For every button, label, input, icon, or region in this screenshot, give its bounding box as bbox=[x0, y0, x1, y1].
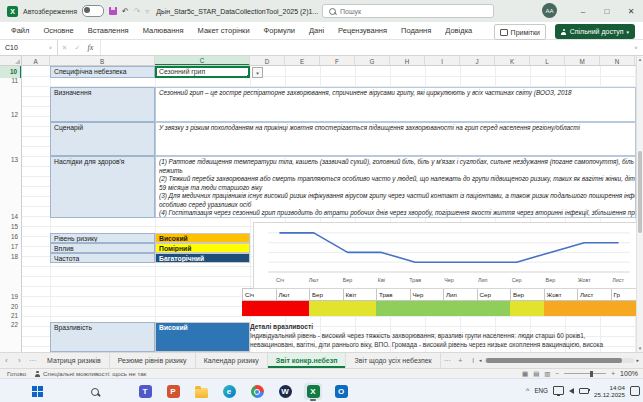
undo-icon[interactable]: ↶ bbox=[122, 7, 129, 16]
taskbar-chrome-icon[interactable] bbox=[248, 383, 266, 400]
row-header-13[interactable]: 13 bbox=[11, 156, 18, 163]
column-header-J[interactable]: J bbox=[460, 56, 495, 66]
month-color-cell-Бер[interactable] bbox=[309, 301, 344, 316]
month-cell-Трав[interactable]: Трав bbox=[376, 288, 411, 301]
cell-frequency-label[interactable]: Частота bbox=[50, 253, 155, 263]
scroll-down-icon[interactable]: ▼ bbox=[637, 346, 643, 351]
taskbar-excel-icon[interactable]: X bbox=[304, 383, 322, 400]
selected-cell-hazard-value[interactable]: Сезонний грип bbox=[155, 66, 250, 78]
zoom-level[interactable]: 100% bbox=[620, 370, 638, 377]
formula-bar-expand-icon[interactable]: ˅ bbox=[629, 45, 643, 51]
ribbon-tab-Малювання[interactable]: Малювання bbox=[136, 22, 191, 40]
row-header-19[interactable]: 19 bbox=[11, 293, 18, 300]
month-cell-Жовт[interactable]: Жовт bbox=[544, 288, 579, 301]
cancel-entry-icon[interactable]: ✕ bbox=[58, 44, 71, 52]
row-header-17[interactable]: 17 bbox=[11, 243, 18, 250]
row-header-12[interactable]: 12 bbox=[11, 111, 18, 118]
cell-health-text[interactable]: (1) Раптове підвищення температури тіла,… bbox=[155, 156, 636, 218]
row-header-14[interactable]: 14 bbox=[11, 213, 18, 220]
scroll-right-icon[interactable]: ▸ bbox=[636, 357, 639, 363]
cell-vulnerability-details[interactable]: Деталі вразливості Індивідуальний рівень… bbox=[250, 322, 636, 352]
column-header-H[interactable]: H bbox=[390, 56, 425, 66]
risk-seasonality-chart[interactable]: СічЛютБерКвіТравЧерЛипСерВерЖовтЛист bbox=[253, 222, 636, 289]
month-cell-Лип[interactable]: Лип bbox=[443, 288, 478, 301]
formula-input[interactable] bbox=[100, 40, 629, 55]
row-header-15[interactable]: 15 bbox=[11, 223, 18, 230]
insert-function-icon[interactable]: fx bbox=[84, 43, 97, 52]
display-icon[interactable] bbox=[553, 386, 564, 395]
column-header-B[interactable]: B bbox=[50, 56, 155, 66]
zoom-slider[interactable] bbox=[564, 373, 606, 374]
cell-frequency-value[interactable]: Багаторічний bbox=[155, 253, 250, 263]
cell-scenario-label[interactable]: Сценарій bbox=[50, 122, 155, 156]
sheet-nav-next-icon[interactable]: › bbox=[13, 353, 26, 368]
month-cell-Січ[interactable]: Січ bbox=[242, 288, 277, 301]
month-cell-Гр[interactable]: Гр bbox=[611, 288, 637, 301]
spreadsheet-grid[interactable]: Специфічна небезпека Сезонний грип ▾ Виз… bbox=[22, 66, 636, 352]
ribbon-tab-Дані[interactable]: Дані bbox=[302, 22, 331, 40]
sheet-tab-Матриця ризиків[interactable]: Матриця ризиків bbox=[39, 353, 110, 368]
ribbon-tab-Вставлення[interactable]: Вставлення bbox=[81, 22, 136, 40]
month-color-cell-Гр[interactable] bbox=[611, 301, 637, 316]
month-cell-Лист[interactable]: Лист bbox=[577, 288, 612, 301]
accessibility-status[interactable]: Спеціальні можливості: щось не так bbox=[43, 370, 146, 377]
select-all-corner[interactable] bbox=[0, 56, 22, 66]
row-header-11[interactable]: 11 bbox=[11, 77, 18, 84]
tray-chevron-up-icon[interactable]: ^ bbox=[526, 387, 529, 394]
month-cell-Лют[interactable]: Лют bbox=[276, 288, 311, 301]
ribbon-tab-Формули[interactable]: Формули bbox=[257, 22, 302, 40]
row-header-20[interactable]: 20 bbox=[11, 303, 18, 310]
taskbar-teams-icon[interactable]: T bbox=[136, 383, 154, 400]
row-headers[interactable]: 10111213141516171819202122 bbox=[0, 66, 22, 352]
page-break-view-icon[interactable]: ▥ bbox=[544, 370, 550, 378]
month-color-cell-Чер[interactable] bbox=[410, 301, 445, 316]
row-header-21[interactable]: 21 bbox=[11, 312, 18, 319]
sheet-tabs-overflow-icon[interactable]: ⋯ bbox=[441, 353, 454, 368]
taskbar-outlook-icon[interactable]: O bbox=[332, 383, 350, 400]
sheet-tab-Резюме рівнів ризику[interactable]: Резюме рівнів ризику bbox=[110, 353, 196, 368]
taskbar-powerpoint-icon[interactable]: P bbox=[164, 383, 182, 400]
row-header-16[interactable]: 16 bbox=[11, 233, 18, 240]
cell-risk-level-label[interactable]: Рівень ризику bbox=[50, 233, 155, 243]
column-header-K[interactable]: K bbox=[495, 56, 530, 66]
cell-hazard-label[interactable]: Специфічна небезпека bbox=[50, 66, 155, 78]
scroll-up-icon[interactable]: ▲ bbox=[637, 57, 643, 62]
cell-impact-value[interactable]: Помірний bbox=[155, 243, 250, 253]
column-header-A[interactable]: A bbox=[22, 56, 50, 66]
column-header-L[interactable]: L bbox=[530, 56, 565, 66]
normal-view-icon[interactable]: ▦ bbox=[522, 370, 528, 378]
cell-definition-label[interactable]: Визначення bbox=[50, 87, 155, 122]
cell-vulnerability-value[interactable]: Високий bbox=[155, 322, 250, 352]
column-header-M[interactable]: M bbox=[565, 56, 600, 66]
tab-splitter[interactable]: ǀ bbox=[467, 353, 480, 368]
sheet-tab-Календар ризику[interactable]: Календар ризику bbox=[196, 353, 268, 368]
column-header-G[interactable]: G bbox=[355, 56, 390, 66]
column-headers[interactable]: ABCDEFGHIJKLMN bbox=[22, 56, 636, 66]
add-sheet-icon[interactable]: + bbox=[454, 353, 467, 368]
close-button[interactable]: ✕ bbox=[619, 0, 643, 22]
network-icon[interactable] bbox=[579, 388, 589, 394]
sheet-tab-Звіт конкр.небезп[interactable]: Звіт конкр.небезп bbox=[268, 353, 347, 368]
column-header-F[interactable]: F bbox=[320, 56, 355, 66]
document-title[interactable]: Дьін_Star5c_STAR_DataCollectionTool_2025… bbox=[156, 8, 318, 15]
taskbar-clock[interactable]: 14:04 25.12.2025 bbox=[594, 384, 625, 398]
ribbon-tab-Макет сторінки[interactable]: Макет сторінки bbox=[191, 22, 257, 40]
cell-risk-level-value[interactable]: Високий bbox=[155, 233, 250, 243]
cell-impact-label[interactable]: Вплив bbox=[50, 243, 155, 253]
month-color-cell-Трав[interactable] bbox=[376, 301, 411, 316]
volume-icon[interactable] bbox=[569, 388, 574, 394]
horizontal-scroll-thumb[interactable] bbox=[486, 358, 622, 363]
avatar[interactable]: АА bbox=[542, 3, 557, 18]
column-header-C[interactable]: C bbox=[155, 56, 250, 66]
taskbar-start-icon[interactable] bbox=[28, 383, 46, 400]
fill-handle[interactable] bbox=[247, 75, 250, 78]
month-color-cell-Квіт[interactable] bbox=[343, 301, 378, 316]
month-color-cell-Жовт[interactable] bbox=[544, 301, 579, 316]
minimize-button[interactable]: – bbox=[571, 0, 595, 22]
cell-definition-text[interactable]: Сезонний грип – це гостре респіраторне з… bbox=[155, 87, 636, 122]
month-cell-Чер[interactable]: Чер bbox=[410, 288, 445, 301]
ribbon-tab-Довідка[interactable]: Довідка bbox=[438, 22, 479, 40]
horizontal-scrollbar[interactable]: ◂ ▸ bbox=[479, 356, 639, 364]
comments-button[interactable]: Примітки bbox=[494, 24, 546, 40]
month-cell-Квіт[interactable]: Квіт bbox=[343, 288, 378, 301]
